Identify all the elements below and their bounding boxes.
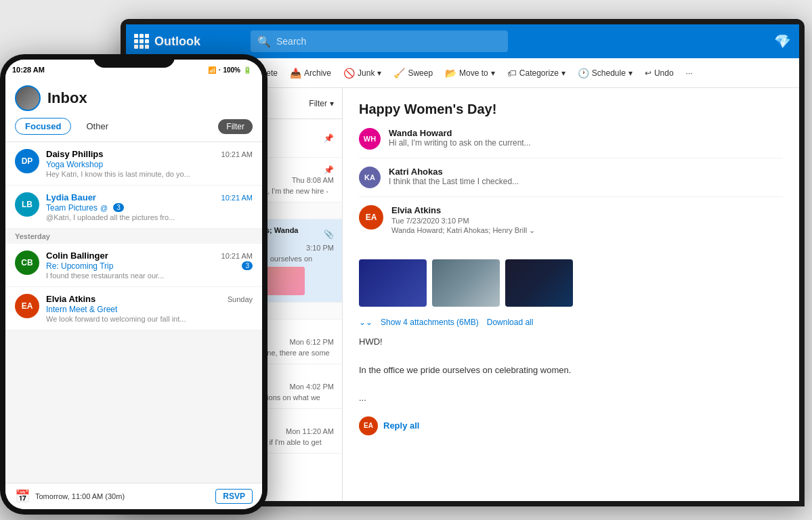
avatar: LB (15, 192, 39, 217)
pin-icon[interactable]: 📌 (324, 133, 334, 143)
sender-name: Elvia Atkins (391, 205, 535, 215)
reading-pane: Happy Women's Day! WH Wanda Howard Hi al… (343, 88, 799, 501)
app-title: Outlook (154, 35, 200, 49)
phone-subject: Intern Meet & Greet (46, 305, 253, 314)
schedule-chevron-icon: ▾ (628, 68, 633, 78)
phone-preview: Hey Katri, I know this is last minute, d… (46, 170, 253, 178)
sender-name: Katri Ahokas (389, 167, 519, 177)
at-mention-icon: @ (100, 204, 108, 212)
filter-chevron-icon: ▾ (330, 99, 334, 108)
phone-preview: @Katri, I uploaded all the pictures fro.… (46, 213, 253, 221)
more-actions-button[interactable]: ··· (681, 66, 698, 81)
phone-subject: Team Pictures (46, 203, 98, 213)
reply-all-button[interactable]: Reply all (383, 420, 419, 431)
phone-screen: 10:28 AM 📶 · 100% 🔋 Inbox Focused Other … (5, 60, 262, 509)
search-input[interactable] (276, 36, 501, 47)
status-icons: 📶 · 100% 🔋 (208, 66, 251, 74)
email-date: Tue 7/23/2020 3:10 PM (391, 217, 535, 225)
phone-notch (93, 54, 175, 68)
phone-tab-focused[interactable]: Focused (15, 118, 71, 135)
categorize-button[interactable]: 🏷 Categorize ▾ (502, 65, 571, 81)
avatar: DP (15, 149, 39, 173)
phone-inbox-title: Inbox (47, 89, 87, 107)
pin-icon[interactable]: 📌 (324, 165, 334, 175)
reading-body: HWD! In the office we pride ourselves on… (359, 335, 783, 406)
calendar-icon: 📅 (15, 489, 30, 504)
filter-button[interactable]: Filter ▾ (309, 99, 334, 108)
phone-tab-other[interactable]: Other (77, 118, 118, 134)
phone-email-item[interactable]: LB Lydia Bauer 10:21 AM Team Pictures @ … (5, 186, 262, 229)
phone-user-avatar[interactable] (15, 85, 41, 111)
sender-name: Wanda Howard (389, 128, 531, 138)
outlook-logo-area: Outlook (134, 34, 242, 49)
battery-text: 100% (223, 66, 240, 74)
reading-image-1 (359, 259, 427, 307)
email-time: Mon 4:02 PM (290, 383, 334, 391)
reading-image-3 (505, 259, 573, 307)
phone-filter-button[interactable]: Filter (218, 119, 253, 134)
reading-sender-row: WH Wanda Howard Hi all, I'm writing to a… (359, 128, 783, 158)
phone-time: 10:21 AM (221, 194, 253, 202)
email-reading-subject: Happy Women's Day! (359, 102, 783, 117)
phone-shell: 10:28 AM 📶 · 100% 🔋 Inbox Focused Other … (0, 54, 268, 515)
email-recipients: Wanda Howard; Katri Ahokas; Henry Brill … (391, 226, 535, 235)
avatar: WH (359, 128, 381, 150)
phone-bottom-bar: 📅 Tomorrow, 11:00 AM (30m) RSVP (5, 483, 262, 509)
avatar: EA (15, 294, 39, 318)
sender-preview: I think that the Last time I checked... (389, 177, 519, 186)
reply-all-row: EA Reply all (359, 416, 783, 435)
categorize-icon: 🏷 (507, 68, 517, 79)
email-time: Thu 8:08 AM (292, 176, 334, 184)
phone-time: 10:21 AM (221, 150, 253, 158)
unread-badge: 3 (113, 203, 124, 212)
phone-email-item[interactable]: CB Colin Ballinger 10:21 AM Re: Upcoming… (5, 244, 262, 287)
phone-calendar-text: Tomorrow, 11:00 AM (30m) (35, 492, 210, 500)
download-all-link[interactable]: Download all (487, 318, 534, 327)
email-time: 3:10 PM (306, 244, 334, 252)
avatar: EA (359, 205, 383, 230)
phone-inbox-avatar-row: Inbox (15, 85, 253, 111)
phone-subject: Re: Upcoming Trip (46, 261, 113, 271)
show-attachments-icon: ⌄⌄ (359, 318, 372, 327)
reading-sender-main: EA Elvia Atkins Tue 7/23/2020 3:10 PM Wa… (359, 205, 783, 243)
phone-email-item[interactable]: EA Elvia Atkins Sunday Intern Meet & Gre… (5, 287, 262, 330)
sweep-button[interactable]: 🧹 Sweep (388, 65, 438, 81)
archive-icon: 📥 (290, 68, 301, 79)
phone-subject: Yoga Workshop (46, 160, 253, 169)
reading-sender-row: KA Katri Ahokas I think that the Last ti… (359, 167, 783, 197)
battery-icon: 🔋 (243, 66, 251, 74)
search-icon: 🔍 (257, 35, 271, 48)
undo-icon: ↩ (645, 68, 651, 78)
waffle-icon[interactable] (134, 34, 149, 49)
phone-tabs: Focused Other Filter (15, 118, 253, 135)
email-time: Mon 6:12 PM (290, 338, 334, 346)
outlook-header: Outlook 🔍 💎 (126, 24, 799, 58)
avatar: CB (15, 251, 39, 275)
move-to-button[interactable]: 📂 Move to ▾ (440, 65, 500, 81)
signal-icon: 📶 (208, 66, 216, 74)
junk-button[interactable]: 🚫 Junk ▾ (338, 65, 387, 81)
phone-time: 10:28 AM (12, 66, 45, 74)
categorize-chevron-icon: ▾ (561, 68, 565, 78)
undo-button[interactable]: ↩ Undo (639, 66, 679, 81)
sender-preview: Hi all, I'm writing to ask on the curren… (389, 138, 531, 148)
search-bar[interactable]: 🔍 (251, 30, 508, 52)
attachments-label[interactable]: Show 4 attachments (6MB) (381, 318, 479, 327)
schedule-button[interactable]: 🕐 Schedule ▾ (572, 65, 638, 81)
move-chevron-icon: ▾ (491, 68, 495, 78)
rsvp-button[interactable]: RSVP (215, 489, 253, 504)
premium-icon[interactable]: 💎 (774, 33, 791, 49)
archive-button[interactable]: 📥 Archive (284, 65, 337, 81)
more-icon: ··· (686, 68, 693, 78)
phone-section-yesterday: Yesterday (5, 229, 262, 244)
unread-badge: 3 (242, 261, 253, 270)
phone-sender: Lydia Bauer (46, 192, 96, 202)
expand-recipients-icon[interactable]: ⌄ (529, 226, 535, 234)
move-icon: 📂 (445, 68, 456, 79)
wifi-icon: · (219, 66, 221, 74)
avatar: EA (359, 416, 378, 435)
reading-images (359, 259, 783, 307)
schedule-icon: 🕐 (578, 68, 589, 79)
phone-time: Sunday (228, 295, 253, 303)
phone-email-item[interactable]: DP Daisy Phillips 10:21 AM Yoga Workshop… (5, 142, 262, 186)
